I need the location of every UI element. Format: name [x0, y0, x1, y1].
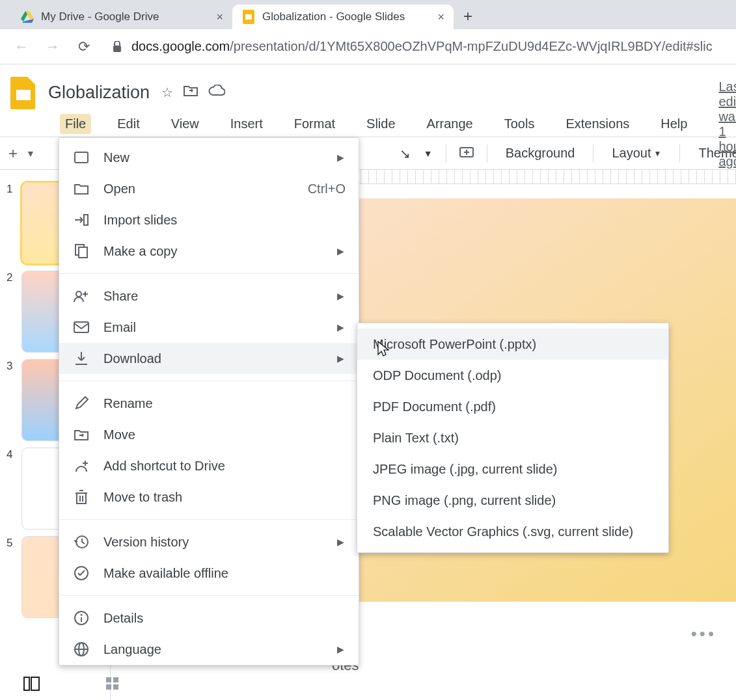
file-menu-label: Make a copy — [103, 244, 177, 259]
file-menu-label: Download — [103, 351, 161, 366]
new-tab-button[interactable]: + — [457, 6, 478, 27]
menu-format[interactable]: Format — [289, 114, 340, 134]
thumb-num: 2 — [7, 271, 16, 284]
svg-rect-4 — [245, 14, 252, 20]
browser-tab[interactable]: Globalization - Google Slides × — [232, 5, 454, 29]
titlebar: Globalization ☆ — [0, 64, 736, 111]
reload-icon[interactable]: ⟳ — [74, 37, 94, 57]
mail-icon — [72, 318, 90, 336]
tab-title: Globalization - Google Slides — [262, 10, 405, 23]
download-option[interactable]: Plain Text (.txt) — [357, 422, 668, 453]
drive-favicon-icon — [20, 10, 34, 24]
menu-insert[interactable]: Insert — [225, 114, 268, 134]
file-menu-label: Import slides — [103, 213, 177, 228]
thumb-num: 1 — [7, 183, 16, 196]
download-option[interactable]: PDF Document (.pdf) — [357, 391, 668, 422]
svg-rect-18 — [77, 493, 86, 504]
svg-rect-6 — [16, 90, 31, 100]
back-icon[interactable]: ← — [12, 37, 31, 57]
download-option[interactable]: JPEG image (.jpg, current slide) — [357, 453, 668, 485]
submenu-arrow-icon: ▶ — [337, 353, 344, 364]
svg-rect-39 — [113, 684, 118, 690]
file-menu-move-to-trash[interactable]: Move to trash — [59, 481, 359, 513]
file-menu-label: Share — [103, 289, 138, 304]
close-icon[interactable]: × — [216, 10, 223, 24]
file-menu-label: New — [103, 150, 129, 165]
explore-icon[interactable]: ••• — [691, 624, 716, 644]
slides-logo-icon[interactable] — [8, 77, 39, 108]
last-edit-link[interactable]: Last edit was 1 hour ago — [718, 79, 736, 169]
globe-icon — [72, 640, 90, 658]
file-menu-label: Move — [103, 427, 135, 442]
cloud-status-icon[interactable] — [208, 85, 225, 100]
file-menu-rename[interactable]: Rename — [59, 388, 359, 419]
file-menu-make-a-copy[interactable]: Make a copy▶ — [59, 236, 359, 267]
address-bar: ← → ⟳ docs.google.com/presentation/d/1YM… — [0, 29, 736, 64]
file-menu-download[interactable]: Download▶ — [59, 343, 359, 374]
file-menu-open[interactable]: OpenCtrl+O — [59, 173, 359, 204]
file-menu-language[interactable]: Language▶ — [59, 634, 359, 665]
rect-icon — [72, 148, 90, 167]
file-menu-new[interactable]: New▶ — [59, 142, 359, 173]
menu-arrange[interactable]: Arrange — [422, 114, 478, 134]
menu-file[interactable]: File — [60, 114, 91, 134]
menu-tools[interactable]: Tools — [499, 114, 540, 134]
background-button[interactable]: Background — [500, 143, 580, 163]
svg-rect-35 — [31, 677, 39, 690]
layout-button[interactable]: Layout▼ — [607, 143, 666, 163]
submenu-arrow-icon: ▶ — [337, 537, 344, 547]
submenu-arrow-icon: ▶ — [337, 291, 344, 301]
file-menu-details[interactable]: Details — [59, 602, 359, 634]
file-menu-share[interactable]: Share▶ — [59, 280, 359, 312]
svg-rect-14 — [74, 322, 89, 332]
file-menu-make-available-offline[interactable]: Make available offline — [59, 558, 359, 589]
folder-icon — [72, 180, 90, 198]
star-icon[interactable]: ☆ — [161, 85, 173, 100]
close-icon[interactable]: × — [437, 10, 444, 24]
file-menu-move[interactable]: Move — [59, 419, 359, 450]
forward-icon[interactable]: → — [43, 37, 62, 57]
file-menu-import-slides[interactable]: Import slides — [59, 204, 359, 236]
file-menu-label: Details — [103, 611, 143, 626]
svg-rect-8 — [84, 215, 88, 225]
shortcut-text: Ctrl+O — [308, 182, 346, 196]
download-option[interactable]: Scalable Vector Graphics (.svg, current … — [357, 516, 668, 547]
menu-view[interactable]: View — [166, 114, 204, 134]
file-menu-add-shortcut-to-drive[interactable]: Add shortcut to Drive — [59, 450, 359, 481]
line-tool-caret-icon[interactable]: ▼ — [424, 148, 433, 159]
browser-tab[interactable]: My Drive - Google Drive × — [11, 5, 232, 29]
submenu-arrow-icon: ▶ — [337, 322, 344, 332]
svg-rect-7 — [75, 152, 88, 163]
filmstrip-view-icon[interactable] — [23, 677, 40, 691]
slides-favicon-icon — [241, 10, 256, 24]
import-icon — [72, 211, 90, 229]
menu-help[interactable]: Help — [655, 114, 692, 134]
file-menu-version-history[interactable]: Version history▶ — [59, 526, 359, 558]
thumb-num: 5 — [7, 537, 16, 550]
svg-rect-36 — [106, 677, 111, 682]
new-slide-button[interactable]: +▼ — [0, 142, 35, 165]
share-icon — [72, 287, 90, 305]
file-menu-email[interactable]: Email▶ — [59, 312, 359, 343]
comment-icon[interactable] — [459, 147, 474, 160]
svg-rect-38 — [106, 684, 111, 690]
doc-title[interactable]: Globalization — [48, 83, 150, 103]
file-menu-label: Move to trash — [103, 490, 182, 505]
menu-extensions[interactable]: Extensions — [560, 114, 634, 134]
download-option[interactable]: Microsoft PowerPoint (.pptx) — [357, 329, 668, 360]
download-option[interactable]: ODP Document (.odp) — [357, 360, 668, 391]
menu-edit[interactable]: Edit — [112, 114, 144, 134]
url-box[interactable]: docs.google.com/presentation/d/1YMt65X80… — [105, 34, 724, 60]
thumb-num: 4 — [7, 448, 16, 461]
copy-icon — [72, 242, 90, 260]
menu-slide[interactable]: Slide — [361, 114, 400, 134]
line-tool-icon[interactable]: ↘ — [400, 146, 411, 161]
grid-view-icon[interactable] — [105, 677, 120, 691]
svg-point-11 — [76, 291, 81, 297]
mouse-cursor-icon — [377, 341, 392, 358]
download-option[interactable]: PNG image (.png, current slide) — [357, 485, 668, 516]
move-folder-icon[interactable] — [184, 85, 198, 100]
submenu-arrow-icon: ▶ — [337, 246, 344, 256]
submenu-arrow-icon: ▶ — [337, 152, 344, 163]
file-menu-label: Open — [103, 182, 135, 196]
